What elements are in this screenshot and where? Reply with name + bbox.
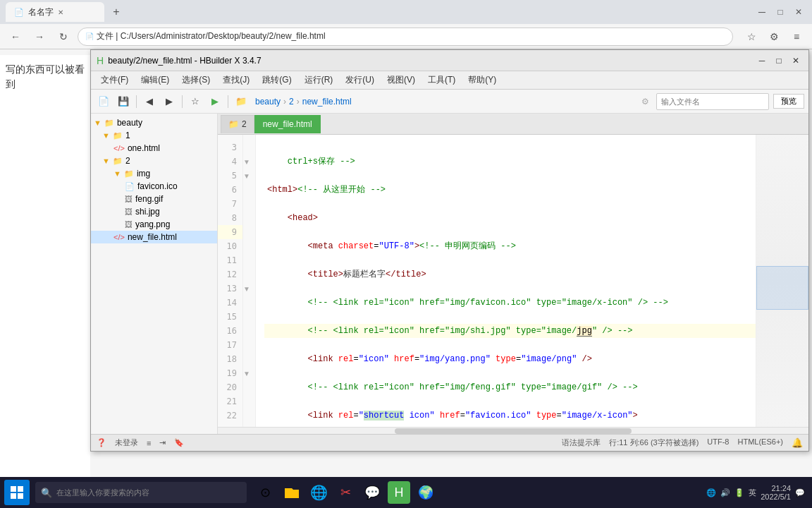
browser-minimize-button[interactable]: ─ [754, 4, 770, 20]
breadcrumb-2[interactable]: 2 [289, 97, 294, 107]
tree-item-one-html[interactable]: </> one.html [91, 142, 217, 155]
taskbar-volume-icon: 🔊 [720, 488, 730, 497]
browser-tab[interactable]: 📄 名名字 ✕ [6, 2, 104, 22]
fold-line13[interactable]: ▼ [243, 282, 255, 296]
menu-help[interactable]: 帮助(Y) [462, 73, 502, 87]
save-button[interactable]: 💾 [115, 93, 132, 110]
forward-button[interactable]: → [30, 27, 49, 47]
toolbar-separator-3 [228, 95, 228, 108]
tree-label-favicon: favicon.ico [137, 181, 178, 191]
extensions-button[interactable]: ⚙ [764, 27, 784, 47]
syntax-hint[interactable]: 语法提示库 [562, 437, 601, 448]
taskbar-app2-button[interactable]: 💬 [361, 481, 383, 504]
tree-label-2: 2 [125, 156, 130, 166]
address-bar[interactable]: 📄 文件 | C:/Users/Administrator/Desktop/be… [78, 28, 733, 46]
back-button[interactable]: ← [6, 27, 25, 47]
editor-close-button[interactable]: ✕ [789, 54, 803, 68]
folder-icon-1: 📁 [113, 131, 123, 140]
preview-button[interactable]: 预览 [773, 94, 804, 109]
start-button[interactable] [4, 480, 30, 505]
folder-button[interactable]: 📁 [233, 93, 250, 110]
editor-titlebar: H beauty/2/new_file.html - HBuilder X 3.… [91, 50, 808, 71]
login-status[interactable]: 未登录 [115, 437, 138, 448]
browser-close-button[interactable]: ✕ [791, 4, 806, 20]
new-tab-button[interactable]: + [107, 3, 125, 21]
tree-item-favicon[interactable]: 📄 favicon.ico [91, 180, 217, 193]
taskbar-cortana-button[interactable]: ⊙ [254, 481, 276, 504]
tree-item-shi[interactable]: 🖼 shi.jpg [91, 205, 217, 218]
tree-item-yang[interactable]: 🖼 yang.png [91, 218, 217, 231]
taskbar: 🔍 在这里输入你要搜索的内容 ⊙ 🌐 ✂ 💬 H 🌍 🌐 🔊 🔋 英 21:24… [0, 477, 812, 508]
tree-item-folder2[interactable]: ▼ 📁 2 [91, 155, 217, 167]
menu-jump[interactable]: 跳转(G) [257, 73, 297, 87]
filter-button[interactable]: ⚙ [638, 95, 652, 109]
taskbar-files-button[interactable] [281, 481, 303, 504]
menu-file[interactable]: 文件(F) [95, 73, 134, 87]
taskbar-app1-button[interactable]: ✂ [334, 481, 357, 504]
bell-icon[interactable]: 🔔 [792, 437, 803, 448]
chevron-down-icon-2: ▼ [102, 157, 110, 165]
tree-item-img[interactable]: ▼ 📁 img [91, 167, 217, 180]
editor-logo-icon: H [97, 55, 104, 66]
breadcrumb-beauty[interactable]: beauty [255, 97, 281, 107]
horizontal-scrollbar[interactable] [218, 427, 808, 434]
tree-item-folder1[interactable]: ▼ 📁 1 [91, 129, 217, 142]
editor-minimize-button[interactable]: ─ [755, 54, 769, 68]
tree-item-feng[interactable]: 🖼 feng.gif [91, 193, 217, 205]
encoding[interactable]: UTF-8 [707, 437, 729, 448]
taskbar-edge-button[interactable]: 🌐 [307, 481, 330, 504]
menu-find[interactable]: 查找(J) [217, 73, 255, 87]
tab-close-button[interactable]: ✕ [58, 8, 63, 16]
code-editor[interactable]: 3 4 5 6 7 8 9 10 11 12 13 14 15 16 17 18 [218, 135, 808, 427]
menu-select[interactable]: 选择(S) [176, 73, 216, 87]
code-line-4: <html><!-- 从这里开始 --> [264, 183, 756, 197]
fold-line4[interactable]: ▼ [243, 155, 255, 169]
tab-bar: 📄 名名字 ✕ + ─ □ ✕ [0, 0, 812, 24]
notification-icon[interactable]: 💬 [795, 488, 805, 497]
menu-publish[interactable]: 发行(U) [340, 73, 380, 87]
folder-taskbar-icon [283, 484, 300, 501]
breadcrumb-file[interactable]: new_file.html [302, 97, 352, 107]
taskbar-keyboard-layout[interactable]: 英 [749, 488, 756, 498]
menu-view[interactable]: 视图(V) [381, 73, 421, 87]
filetype[interactable]: HTML(ES6+) [738, 437, 784, 448]
file-search-input[interactable] [656, 93, 769, 110]
fold-line19[interactable]: ▼ [243, 366, 255, 380]
taskbar-app3-button[interactable]: H [388, 481, 410, 504]
address-text: 文件 | C:/Users/Administrator/Desktop/beau… [97, 30, 326, 42]
bookmark-button[interactable]: ☆ [742, 27, 761, 47]
file-icon-shi: 🖼 [125, 207, 133, 216]
folder-tab-2[interactable]: 📁 2 [221, 115, 254, 133]
menu-tools[interactable]: 工具(T) [422, 73, 461, 87]
reload-button[interactable]: ↻ [54, 27, 73, 47]
file-tree: ▼ 📁 beauty ▼ 📁 1 </> one.html ▼ 📁 2 [91, 114, 218, 434]
new-file-button[interactable]: 📄 [95, 93, 112, 110]
tree-label-beauty: beauty [117, 118, 142, 128]
code-content[interactable]: ctrl+s保存 --> <html><!-- 从这里开始 --> <head>… [256, 135, 756, 427]
run-button[interactable]: ▶ [207, 93, 223, 110]
editor-restore-button[interactable]: □ [772, 54, 786, 68]
scrollbar-thumb[interactable] [395, 428, 631, 434]
taskbar-battery-icon: 🔋 [734, 488, 744, 497]
menu-button[interactable]: ≡ [787, 27, 806, 47]
code-line-10: <link rel="icon" href="img/yang.png" typ… [264, 352, 756, 366]
fold-line5[interactable]: ▼ [243, 169, 255, 183]
minimap-viewport [756, 266, 808, 310]
back-nav-button[interactable]: ◀ [141, 93, 158, 110]
code-line-5: <head> [264, 211, 756, 225]
forward-nav-button[interactable]: ▶ [161, 93, 178, 110]
menu-edit[interactable]: 编辑(E) [135, 73, 175, 87]
taskbar-search[interactable]: 🔍 在这里输入你要搜索的内容 [35, 482, 247, 503]
file-tab-new[interactable]: new_file.html [254, 115, 321, 133]
tree-item-beauty[interactable]: ▼ 📁 beauty [91, 116, 217, 129]
breadcrumb: beauty › 2 › new_file.html [255, 97, 352, 107]
taskbar-chrome-button[interactable]: 🌍 [414, 481, 437, 504]
browser-controls: ← → ↻ 📄 文件 | C:/Users/Administrator/Desk… [0, 24, 812, 49]
browser-maximize-button[interactable]: □ [773, 4, 788, 20]
menu-run[interactable]: 运行(R) [299, 73, 339, 87]
code-line-12: <link rel="shortcut icon" href="favicon.… [264, 409, 756, 423]
bookmark-add-button[interactable]: ☆ [187, 93, 204, 110]
tree-label-1: 1 [125, 131, 130, 140]
tree-item-new-file[interactable]: </> new_file.html [91, 231, 217, 243]
chevron-down-icon-1: ▼ [102, 131, 110, 140]
